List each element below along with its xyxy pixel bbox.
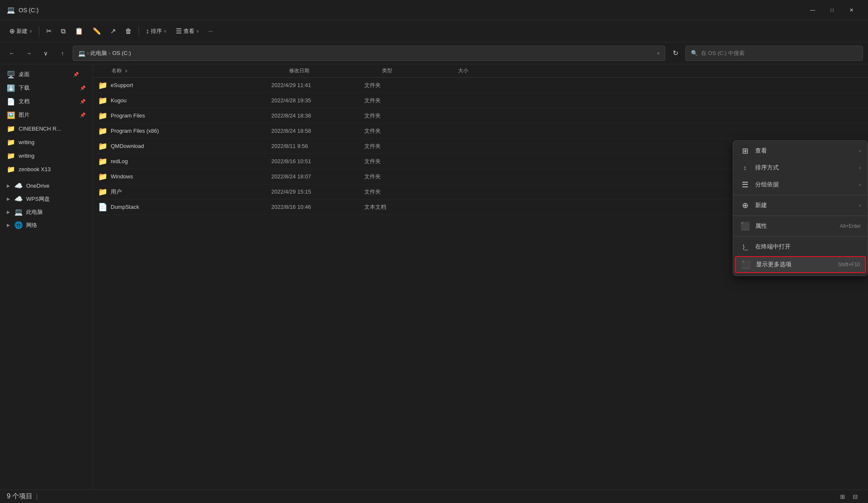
new-button[interactable]: ⊕ 新建 ∨ bbox=[5, 24, 36, 39]
file-row-esupport[interactable]: 📁 eSupport 2022/4/29 11:41 文件夹 bbox=[93, 78, 868, 93]
col-header-size[interactable]: 大小 bbox=[458, 67, 509, 74]
copy-button[interactable]: ⧉ bbox=[57, 24, 70, 39]
cm-more-label: 显示更多选项 bbox=[756, 261, 792, 268]
sidebar-item-zenbook[interactable]: 📁 zenbook X13 bbox=[0, 162, 93, 176]
cm-item-view[interactable]: ⊞ 查看 › bbox=[733, 142, 868, 159]
cm-arrow-icon: › bbox=[859, 202, 861, 208]
share-button[interactable]: ↗ bbox=[106, 24, 120, 39]
sidebar-item-writing-1[interactable]: 📁 writing bbox=[0, 135, 93, 149]
path-computer: 此电脑 bbox=[90, 49, 107, 57]
item-count: 9 个项目 bbox=[7, 492, 33, 501]
file-type: 文本文档 bbox=[364, 203, 440, 211]
sidebar-label-cinebench: CINEBENCH R... bbox=[19, 126, 61, 132]
sidebar-group-onedrive[interactable]: ▶ ☁️ OneDrive bbox=[0, 179, 93, 192]
list-view-button[interactable]: ⊞ bbox=[837, 492, 849, 502]
sidebar-item-cinebench[interactable]: 📁 CINEBENCH R... bbox=[0, 122, 93, 135]
sort-button[interactable]: ↕ 排序 ∨ bbox=[142, 24, 171, 39]
file-date: 2022/8/11 9:56 bbox=[271, 143, 364, 149]
sidebar-label-zenbook: zenbook X13 bbox=[19, 166, 51, 172]
col-header-date[interactable]: 修改日期 bbox=[289, 67, 382, 74]
sidebar-item-documents[interactable]: 📄 文档 📌 bbox=[0, 95, 93, 108]
back-button[interactable]: ← bbox=[5, 46, 19, 60]
sidebar-item-downloads[interactable]: ⬇️ 下载 📌 bbox=[0, 81, 93, 95]
toolbar: ⊕ 新建 ∨ ✂ ⧉ 📋 ✏️ ↗ 🗑 ↕ 排序 ∨ ☰ 查看 ∨ ··· bbox=[0, 20, 868, 42]
sidebar-label-onedrive: OneDrive bbox=[26, 183, 49, 189]
path-drive: OS (C:) bbox=[112, 50, 131, 56]
new-dropdown-arrow: ∨ bbox=[29, 29, 32, 33]
file-row-programfiles-x86[interactable]: 📁 Program Files (x86) 2022/8/24 18:58 文件… bbox=[93, 123, 868, 139]
file-row-programfiles[interactable]: 📁 Program Files 2022/8/24 18:38 文件夹 bbox=[93, 108, 868, 123]
cm-item-terminal[interactable]: ⟩_ 在终端中打开 bbox=[733, 238, 868, 255]
cm-terminal-label: 在终端中打开 bbox=[755, 243, 861, 251]
col-header-type[interactable]: 类型 bbox=[382, 67, 458, 74]
col-header-name[interactable]: 名称 ∧ bbox=[112, 67, 289, 74]
sidebar-item-pictures[interactable]: 🖼️ 图片 📌 bbox=[0, 108, 93, 122]
cm-terminal-icon: ⟩_ bbox=[740, 243, 750, 250]
details-view-button[interactable]: ⊟ bbox=[849, 492, 861, 502]
file-name: DumpStack bbox=[111, 204, 271, 210]
sort-icon: ↕ bbox=[146, 27, 149, 35]
view-label: 查看 bbox=[183, 27, 194, 35]
more-button[interactable]: ··· bbox=[204, 24, 217, 39]
cm-group-icon: ☰ bbox=[740, 180, 750, 189]
file-type: 文件夹 bbox=[364, 142, 440, 150]
cm-sort-label: 排序方式 bbox=[755, 164, 854, 172]
title-bar-left: 💻 OS (C:) bbox=[7, 6, 803, 14]
network-icon: 🌐 bbox=[14, 221, 23, 229]
forward-button[interactable]: → bbox=[22, 46, 35, 60]
downloads-icon: ⬇️ bbox=[7, 84, 15, 92]
cm-sort-icon: ↕ bbox=[740, 164, 750, 171]
file-type: 文件夹 bbox=[364, 82, 440, 89]
cm-group-label: 分组依据 bbox=[755, 181, 854, 189]
sidebar-group-thispc[interactable]: ▶ 💻 此电脑 bbox=[0, 205, 93, 219]
file-row-kugou[interactable]: 📁 Kugou 2022/4/28 19:35 文件夹 bbox=[93, 93, 868, 108]
search-box[interactable]: 🔍 在 OS (C:) 中搜索 bbox=[685, 46, 863, 61]
rename-icon: ✏️ bbox=[93, 27, 101, 35]
cm-item-properties[interactable]: ⬛ 属性 Alt+Enter bbox=[733, 218, 868, 235]
rename-button[interactable]: ✏️ bbox=[88, 24, 105, 39]
expand-icon-onedrive: ▶ bbox=[7, 183, 10, 188]
cm-item-more-options[interactable]: ⬛ 显示更多选项 Shift+F10 bbox=[735, 256, 866, 273]
address-path[interactable]: 💻 › 此电脑 › OS (C:) ∨ bbox=[73, 46, 665, 61]
sidebar-label-pictures: 图片 bbox=[19, 111, 30, 119]
refresh-button[interactable]: ↻ bbox=[669, 46, 682, 60]
cm-shortcut-more: Shift+F10 bbox=[838, 262, 860, 268]
folder-icon: 📁 bbox=[98, 81, 107, 90]
pictures-icon: 🖼️ bbox=[7, 111, 15, 119]
cm-item-new[interactable]: ⊕ 新建 › bbox=[733, 197, 868, 214]
close-button[interactable]: ✕ bbox=[842, 3, 861, 17]
delete-button[interactable]: 🗑 bbox=[121, 24, 136, 39]
file-name: redLog bbox=[111, 158, 271, 164]
folder-icon: 📁 bbox=[98, 157, 107, 166]
new-label: 新建 bbox=[16, 27, 27, 35]
view-button[interactable]: ☰ 查看 ∨ bbox=[172, 24, 203, 39]
sidebar-item-writing-2[interactable]: 📁 writing bbox=[0, 149, 93, 162]
up-button[interactable]: ↑ bbox=[56, 46, 69, 60]
paste-button[interactable]: 📋 bbox=[71, 24, 87, 39]
expand-icon-network: ▶ bbox=[7, 223, 10, 227]
folder-icon: 📁 bbox=[98, 187, 107, 197]
cut-button[interactable]: ✂ bbox=[42, 24, 56, 39]
recent-button[interactable]: ∨ bbox=[39, 46, 52, 60]
sidebar-group-wps[interactable]: ▶ ☁️ WPS网盘 bbox=[0, 192, 93, 205]
search-icon: 🔍 bbox=[691, 50, 698, 56]
pin-icon-pictures: 📌 bbox=[80, 112, 86, 118]
view-dropdown-arrow: ∨ bbox=[196, 29, 199, 33]
cm-item-group[interactable]: ☰ 分组依据 › bbox=[733, 176, 868, 193]
file-area: 名称 ∧ 修改日期 类型 大小 📁 eSupport 2022/4/29 11:… bbox=[93, 64, 868, 489]
toolbar-sep-2 bbox=[139, 26, 139, 36]
view-icon: ☰ bbox=[176, 27, 182, 35]
path-dropdown-arrow[interactable]: ∨ bbox=[657, 51, 660, 55]
cm-properties-icon: ⬛ bbox=[740, 221, 750, 231]
sidebar-item-desktop[interactable]: 🖥️ 桌面 📌 bbox=[0, 68, 93, 81]
pin-icon: 📌 bbox=[66, 68, 86, 81]
minimize-button[interactable]: — bbox=[803, 3, 822, 17]
sidebar-group-network[interactable]: ▶ 🌐 网络 bbox=[0, 219, 93, 232]
cm-separator-1 bbox=[733, 195, 868, 195]
maximize-button[interactable]: □ bbox=[822, 3, 842, 17]
expand-icon-thispc: ▶ bbox=[7, 210, 10, 214]
cm-item-sort[interactable]: ↕ 排序方式 › bbox=[733, 159, 868, 176]
cut-icon: ✂ bbox=[46, 27, 52, 35]
main-content: 🖥️ 桌面 📌 ⬇️ 下载 📌 📄 文档 📌 🖼️ 图片 📌 📁 CINEBEN… bbox=[0, 64, 868, 489]
sidebar-label-writing-2: writing bbox=[19, 153, 35, 159]
